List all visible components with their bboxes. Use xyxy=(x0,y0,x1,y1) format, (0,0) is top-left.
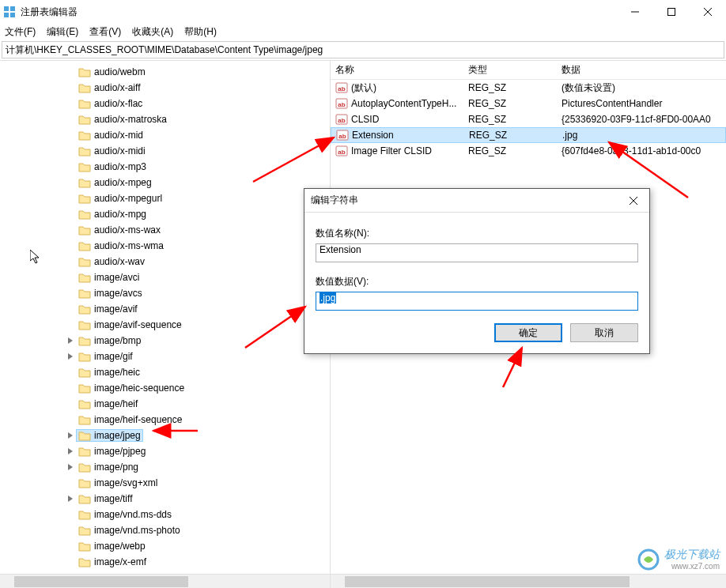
tree-item[interactable]: image/gif xyxy=(0,349,330,364)
expand-spacer xyxy=(65,541,76,552)
folder-icon xyxy=(78,66,91,77)
window-controls xyxy=(617,0,726,24)
folder-icon xyxy=(78,367,91,378)
expand-spacer xyxy=(65,98,76,109)
tree-item[interactable]: image/webp xyxy=(0,538,330,554)
tree-item[interactable]: audio/x-mp3 xyxy=(0,159,330,175)
tree-item[interactable]: image/avif-sequence xyxy=(0,317,330,333)
column-type[interactable]: 类型 xyxy=(463,63,557,77)
tree-item[interactable]: audio/x-ms-wax xyxy=(0,222,330,238)
tree-item[interactable]: audio/x-mpegurl xyxy=(0,190,330,206)
tree-item[interactable]: image/png xyxy=(0,459,330,475)
list-row[interactable]: ab(默认)REG_SZ(数值未设置) xyxy=(331,80,726,96)
tree-item[interactable]: audio/x-flac xyxy=(0,96,330,111)
expand-icon[interactable] xyxy=(65,493,76,504)
column-name[interactable]: 名称 xyxy=(331,63,463,77)
tree-item[interactable]: image/heic xyxy=(0,364,330,380)
svg-rect-3 xyxy=(10,13,15,17)
expand-icon[interactable] xyxy=(65,335,76,346)
menu-view[interactable]: 查看(V) xyxy=(89,25,121,39)
list-row[interactable]: abCLSIDREG_SZ{25336920-03F9-11cf-8FD0-00… xyxy=(331,111,726,127)
tree-item[interactable]: image/x-icon xyxy=(0,570,330,574)
folder-icon xyxy=(78,462,91,473)
watermark-text: 极光下载站 xyxy=(664,548,720,560)
tree-item[interactable]: audio/webm xyxy=(0,64,330,80)
list-scrollbar-h[interactable] xyxy=(331,575,726,588)
list-row[interactable]: abAutoplayContentTypeH...REG_SZPicturesC… xyxy=(331,96,726,111)
close-button[interactable] xyxy=(690,0,726,24)
tree-panel[interactable]: audio/webmaudio/x-aiffaudio/x-flacaudio/… xyxy=(0,61,331,574)
tree-item[interactable]: audio/x-midi xyxy=(0,143,330,159)
tree-item[interactable]: image/avcs xyxy=(0,285,330,301)
expand-spacer xyxy=(65,572,76,574)
menu-file[interactable]: 文件(F) xyxy=(5,25,36,39)
tree-item[interactable]: audio/x-mpg xyxy=(0,206,330,222)
svg-rect-2 xyxy=(4,13,9,17)
tree-item[interactable]: image/pjpeg xyxy=(0,443,330,459)
tree-item[interactable]: audio/x-aiff xyxy=(0,80,330,96)
tree-item[interactable]: image/tiff xyxy=(0,491,330,507)
column-data[interactable]: 数据 xyxy=(557,63,726,77)
list-row[interactable]: abExtensionREG_SZ.jpg xyxy=(331,127,726,143)
folder-icon xyxy=(78,541,91,552)
address-bar[interactable]: 计算机\HKEY_CLASSES_ROOT\MIME\Database\Cont… xyxy=(2,41,724,58)
cancel-button[interactable]: 取消 xyxy=(570,323,638,342)
svg-text:ab: ab xyxy=(338,101,345,108)
status-bar xyxy=(0,574,726,588)
expand-icon[interactable] xyxy=(65,430,76,441)
expand-icon[interactable] xyxy=(65,446,76,457)
tree-label: image/avci xyxy=(94,272,139,283)
expand-spacer xyxy=(65,319,76,330)
dialog-close-button[interactable] xyxy=(618,189,649,213)
expand-spacer xyxy=(65,398,76,409)
tree-item[interactable]: audio/x-wav xyxy=(0,254,330,270)
tree-label: audio/x-mid xyxy=(94,130,143,141)
tree-item[interactable]: image/heif xyxy=(0,396,330,412)
value-name-input[interactable]: Extension xyxy=(316,243,638,262)
menu-edit[interactable]: 编辑(E) xyxy=(47,25,78,39)
folder-icon xyxy=(78,414,91,425)
minimize-button[interactable] xyxy=(617,0,653,24)
value-name: AutoplayContentTypeH... xyxy=(351,98,456,109)
expand-spacer xyxy=(65,240,76,251)
expand-icon[interactable] xyxy=(65,351,76,362)
ok-button[interactable]: 确定 xyxy=(494,323,562,342)
tree-label: image/avif-sequence xyxy=(94,319,182,330)
tree-label: image/heif-sequence xyxy=(94,414,182,425)
svg-rect-1 xyxy=(10,6,15,11)
tree-label: image/x-emf xyxy=(94,556,146,567)
tree-item[interactable]: image/avif xyxy=(0,301,330,317)
expand-icon[interactable] xyxy=(65,462,76,473)
svg-text:ab: ab xyxy=(338,149,345,156)
folder-icon xyxy=(78,130,91,141)
tree-item[interactable]: image/bmp xyxy=(0,333,330,349)
list-row[interactable]: abImage Filter CLSIDREG_SZ{607fd4e8-0a03… xyxy=(331,143,726,159)
tree-item[interactable]: image/heic-sequence xyxy=(0,380,330,396)
tree-item[interactable]: image/jpeg xyxy=(0,428,330,443)
tree-item[interactable]: audio/x-matroska xyxy=(0,111,330,127)
folder-icon xyxy=(78,319,91,330)
expand-spacer xyxy=(65,303,76,315)
tree-item[interactable]: image/vnd.ms-photo xyxy=(0,522,330,538)
tree-item[interactable]: image/x-emf xyxy=(0,554,330,570)
tree-label: image/gif xyxy=(94,351,133,362)
value-data-input[interactable]: .jpg xyxy=(316,292,638,311)
dialog-title: 编辑字符串 xyxy=(304,189,649,213)
tree-scrollbar-h[interactable] xyxy=(0,575,331,588)
svg-rect-0 xyxy=(4,6,9,11)
value-data: {25336920-03F9-11cf-8FD0-00AA0 xyxy=(557,114,726,125)
tree-item[interactable]: image/vnd.ms-dds xyxy=(0,507,330,522)
tree-label: audio/x-mpegurl xyxy=(94,193,162,204)
tree-label: audio/x-ms-wax xyxy=(94,224,161,236)
tree-item[interactable]: audio/x-mpeg xyxy=(0,175,330,190)
menu-favorites[interactable]: 收藏夹(A) xyxy=(132,25,173,39)
tree-item[interactable]: image/avci xyxy=(0,270,330,285)
dialog-title-text: 编辑字符串 xyxy=(311,194,358,207)
menu-help[interactable]: 帮助(H) xyxy=(184,25,217,39)
tree-item[interactable]: audio/x-mid xyxy=(0,127,330,143)
tree-item[interactable]: image/svg+xml xyxy=(0,475,330,491)
expand-spacer xyxy=(65,161,76,172)
tree-item[interactable]: image/heif-sequence xyxy=(0,412,330,428)
maximize-button[interactable] xyxy=(653,0,690,24)
tree-item[interactable]: audio/x-ms-wma xyxy=(0,238,330,254)
